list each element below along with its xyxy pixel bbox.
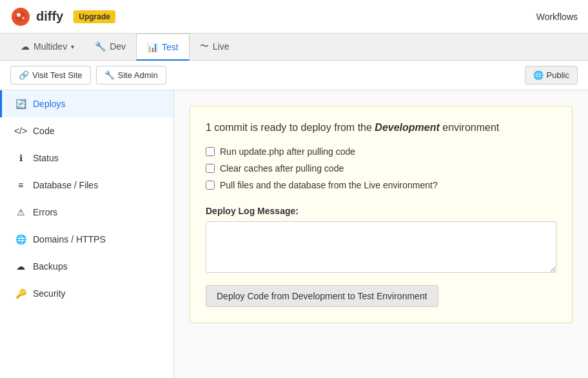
deploy-panel: 1 commit is ready to deploy from the Dev…: [190, 106, 573, 323]
tab-multidev[interactable]: ☁ Multidev ▾: [10, 34, 84, 61]
site-admin-label: Site Admin: [118, 70, 158, 80]
run-update-checkbox[interactable]: [206, 147, 215, 156]
admin-icon: 🔧: [104, 70, 115, 80]
sidebar-item-status[interactable]: ℹ Status: [0, 144, 173, 172]
wrench-icon: 🔧: [95, 41, 106, 52]
code-icon: </>: [15, 125, 26, 137]
checkbox-run-update[interactable]: Run update.php after pulling code: [206, 146, 556, 157]
run-update-label: Run update.php after pulling code: [220, 146, 355, 157]
action-bar: 🔗 Visit Test Site 🔧 Site Admin 🌐 Public: [0, 61, 588, 90]
sidebar: 🔄 Deploys </> Code ℹ Status ≡ Database /…: [0, 90, 174, 378]
content-area: 1 commit is ready to deploy from the Dev…: [174, 90, 588, 378]
sidebar-item-database-files[interactable]: ≡ Database / Files: [0, 172, 173, 199]
app-name: diffy: [36, 9, 63, 24]
visit-test-site-button[interactable]: 🔗 Visit Test Site: [10, 66, 91, 85]
cloud-icon: ☁: [21, 41, 30, 52]
deploy-title: 1 commit is ready to deploy from the Dev…: [206, 122, 556, 134]
workflows-link[interactable]: Workflows: [536, 12, 578, 22]
sidebar-item-deploys[interactable]: 🔄 Deploys: [0, 90, 173, 117]
deploy-title-suffix: environment: [440, 122, 500, 133]
sidebar-item-errors[interactable]: ⚠ Errors: [0, 199, 173, 226]
sidebar-item-backups[interactable]: ☁ Backups: [0, 253, 173, 280]
warning-icon: ⚠: [15, 206, 26, 218]
env-tabs-bar: ☁ Multidev ▾ 🔧 Dev 📊 Test 〜 Live: [0, 34, 588, 61]
tab-dev-label: Dev: [110, 41, 126, 52]
sidebar-item-code[interactable]: </> Code: [0, 117, 173, 144]
deploy-env-name: Development: [375, 122, 439, 133]
public-label: Public: [547, 70, 569, 80]
deploy-options: Run update.php after pulling code Clear …: [206, 146, 556, 190]
tab-test[interactable]: 📊 Test: [136, 34, 190, 61]
site-admin-button[interactable]: 🔧 Site Admin: [96, 66, 166, 85]
sidebar-database-files-label: Database / Files: [33, 180, 98, 190]
logo-area: diffy Upgrade: [10, 6, 115, 27]
svg-point-1: [17, 13, 21, 17]
external-link-icon: 🔗: [19, 70, 29, 80]
key-icon: 🔑: [15, 288, 26, 299]
log-message-label: Deploy Log Message:: [206, 206, 556, 216]
refresh-icon: 🔄: [15, 98, 26, 110]
sidebar-errors-label: Errors: [33, 207, 57, 217]
tab-multidev-label: Multidev: [34, 41, 67, 52]
clear-caches-label: Clear caches after pulling code: [220, 163, 344, 174]
checkbox-pull-files[interactable]: Pull files and the database from the Liv…: [206, 180, 556, 190]
globe-domains-icon: 🌐: [15, 234, 26, 245]
sidebar-backups-label: Backups: [33, 261, 68, 272]
stack-icon: ≡: [15, 179, 26, 191]
diffy-logo-icon: [10, 6, 31, 27]
info-icon: ℹ: [15, 152, 26, 164]
wave-icon: 〜: [200, 41, 209, 52]
sidebar-item-security[interactable]: 🔑 Security: [0, 280, 173, 307]
sidebar-status-label: Status: [33, 153, 59, 163]
top-header: diffy Upgrade Workflows: [0, 0, 588, 34]
chart-icon: 📊: [147, 42, 158, 52]
tab-test-label: Test: [162, 42, 179, 52]
globe-icon: 🌐: [533, 70, 544, 80]
tab-live[interactable]: 〜 Live: [190, 34, 240, 61]
svg-point-2: [22, 17, 24, 19]
sidebar-domains-https-label: Domains / HTTPS: [33, 234, 106, 244]
pull-files-checkbox[interactable]: [206, 181, 215, 190]
pull-files-label: Pull files and the database from the Liv…: [220, 180, 438, 190]
deploy-button[interactable]: Deploy Code from Development to Test Env…: [206, 285, 438, 307]
clear-caches-checkbox[interactable]: [206, 164, 215, 173]
sidebar-item-domains-https[interactable]: 🌐 Domains / HTTPS: [0, 226, 173, 253]
deploy-title-prefix: 1 commit is ready to deploy from the: [206, 122, 375, 133]
cloud-backup-icon: ☁: [15, 261, 26, 272]
main-layout: 🔄 Deploys </> Code ℹ Status ≡ Database /…: [0, 90, 588, 378]
visit-test-site-label: Visit Test Site: [32, 70, 83, 80]
deploy-log-textarea[interactable]: [206, 221, 556, 273]
public-button[interactable]: 🌐 Public: [525, 66, 578, 85]
tab-live-label: Live: [213, 41, 230, 52]
checkbox-clear-caches[interactable]: Clear caches after pulling code: [206, 163, 556, 174]
tab-dev[interactable]: 🔧 Dev: [84, 34, 136, 61]
sidebar-security-label: Security: [33, 288, 66, 299]
sidebar-code-label: Code: [33, 126, 54, 136]
upgrade-button[interactable]: Upgrade: [74, 10, 115, 23]
chevron-down-icon: ▾: [71, 43, 74, 50]
sidebar-deploys-label: Deploys: [33, 99, 66, 109]
